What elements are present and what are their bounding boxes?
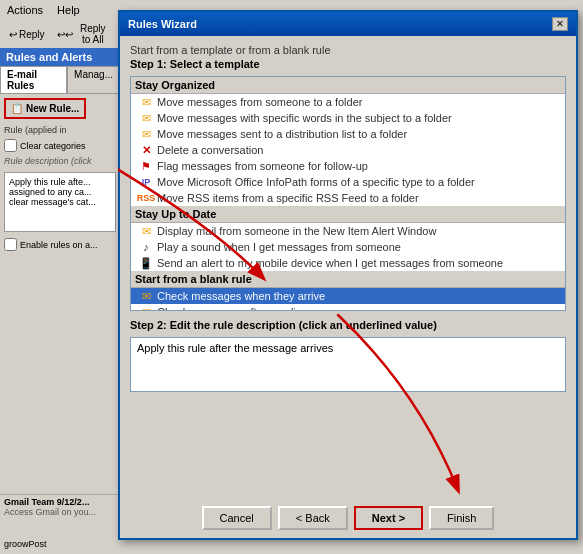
rss-icon: RSS	[139, 191, 153, 205]
envelope-icon: ✉	[139, 305, 153, 311]
reply-button[interactable]: ↩ Reply	[4, 26, 50, 43]
template-item[interactable]: ✕ Delete a conversation	[131, 142, 565, 158]
new-rule-icon: 📋	[11, 103, 23, 114]
dialog-body: Start from a template or from a blank ru…	[120, 36, 576, 400]
template-label: Check messages after sending	[157, 306, 308, 311]
cancel-button[interactable]: Cancel	[202, 506, 272, 530]
rules-wizard-dialog: Rules Wizard ✕ Start from a template or …	[118, 10, 578, 540]
dialog-footer: Cancel < Back Next > Finish	[120, 506, 576, 530]
rules-alerts-panel: Rules and Alerts E-mail Rules Manag... 📋…	[0, 48, 120, 554]
envelope-icon: ✉	[139, 224, 153, 238]
rules-tabs: E-mail Rules Manag...	[0, 66, 120, 94]
flag-icon: ⚑	[139, 159, 153, 173]
dialog-step1-label: Step 1: Select a template	[130, 58, 566, 70]
next-button[interactable]: Next >	[354, 506, 423, 530]
step2-description-text: Apply this rule after the message arrive…	[137, 342, 333, 354]
check-messages-sending-item[interactable]: ✉ Check messages after sending	[131, 304, 565, 311]
alert-icon: 📱	[139, 256, 153, 270]
gmail-text: Access Gmail on you...	[4, 507, 116, 517]
new-rule-label: New Rule...	[26, 103, 79, 114]
rules-panel-title: Rules and Alerts	[0, 48, 120, 66]
clear-categories-label: Clear categories	[20, 141, 86, 151]
rule-description-text: Apply this rule afte... assigned to any …	[9, 177, 96, 207]
infopath-icon: IP	[139, 175, 153, 189]
envelope-icon: ✉	[139, 95, 153, 109]
reply-label: Reply	[19, 29, 45, 40]
rule-desc-label: Rule description (click	[0, 154, 120, 168]
template-label: Display mail from someone in the New Ite…	[157, 225, 436, 237]
envelope-icon: ✉	[139, 111, 153, 125]
template-label: Move messages from someone to a folder	[157, 96, 362, 108]
back-button[interactable]: < Back	[278, 506, 348, 530]
template-item[interactable]: ✉ Move messages sent to a distribution l…	[131, 126, 565, 142]
reply-icon: ↩	[9, 29, 17, 40]
envelope-icon: ✉	[139, 127, 153, 141]
dialog-titlebar: Rules Wizard ✕	[120, 12, 576, 36]
template-label: Move Microsoft Office InfoPath forms of …	[157, 176, 475, 188]
email-rules-tab[interactable]: E-mail Rules	[0, 66, 67, 93]
help-menu[interactable]: Help	[54, 4, 83, 16]
template-label: Play a sound when I get messages from so…	[157, 241, 401, 253]
dialog-title: Rules Wizard	[128, 18, 197, 30]
template-list[interactable]: Stay Organized ✉ Move messages from some…	[130, 76, 566, 311]
dialog-close-button[interactable]: ✕	[552, 17, 568, 31]
enable-rules-checkbox[interactable]	[4, 238, 17, 251]
template-item[interactable]: RSS Move RSS items from a specific RSS F…	[131, 190, 565, 206]
template-label: Flag messages from someone for follow-up	[157, 160, 368, 172]
delete-icon: ✕	[139, 143, 153, 157]
template-label: Send an alert to my mobile device when I…	[157, 257, 503, 269]
toolbar: ↩ Reply ↩↩ Reply to All	[0, 20, 120, 48]
reply-all-label: Reply to All	[75, 23, 111, 45]
template-label: Delete a conversation	[157, 144, 263, 156]
gmail-panel: Gmail Team 9/12/2... Access Gmail on you…	[0, 494, 120, 534]
template-item[interactable]: ⚑ Flag messages from someone for follow-…	[131, 158, 565, 174]
clear-categories-checkbox[interactable]	[4, 139, 17, 152]
template-label: Move messages sent to a distribution lis…	[157, 128, 407, 140]
template-label: Move RSS items from a specific RSS Feed …	[157, 192, 419, 204]
manage-tab[interactable]: Manag...	[67, 66, 120, 93]
template-label: Move messages with specific words in the…	[157, 112, 452, 124]
template-item[interactable]: ✉ Display mail from someone in the New I…	[131, 223, 565, 239]
template-item[interactable]: ✉ Move messages with specific words in t…	[131, 110, 565, 126]
step2-section: Step 2: Edit the rule description (click…	[130, 319, 566, 392]
dialog-step2-label: Step 2: Edit the rule description (click…	[130, 319, 566, 331]
step2-description-box: Apply this rule after the message arrive…	[130, 337, 566, 392]
template-item[interactable]: ♪ Play a sound when I get messages from …	[131, 239, 565, 255]
rule-applied-label: Rule (applied in	[0, 123, 120, 137]
clear-categories-row: Clear categories	[0, 137, 120, 154]
menu-bar: Actions Help	[0, 0, 120, 20]
stay-up-to-date-header: Stay Up to Date	[131, 206, 565, 223]
stay-organized-header: Stay Organized	[131, 77, 565, 94]
gmail-title: Gmail Team 9/12/2...	[4, 497, 116, 507]
dialog-instructions: Start from a template or from a blank ru…	[130, 44, 566, 56]
new-rule-button[interactable]: 📋 New Rule...	[4, 98, 86, 119]
watermark-text: groowPost	[4, 539, 47, 549]
actions-menu[interactable]: Actions	[4, 4, 46, 16]
template-item[interactable]: 📱 Send an alert to my mobile device when…	[131, 255, 565, 271]
template-item[interactable]: ✉ Move messages from someone to a folder	[131, 94, 565, 110]
bottom-bar: groowPost	[0, 534, 120, 554]
blank-rule-header: Start from a blank rule	[131, 271, 565, 288]
template-item[interactable]: IP Move Microsoft Office InfoPath forms …	[131, 174, 565, 190]
enable-rules-label: Enable rules on a...	[20, 240, 98, 250]
check-messages-arrive-item[interactable]: ✉ Check messages when they arrive	[131, 288, 565, 304]
template-label: Check messages when they arrive	[157, 290, 325, 302]
envelope-icon: ✉	[139, 289, 153, 303]
sound-icon: ♪	[139, 240, 153, 254]
enable-rules-row: Enable rules on a...	[0, 236, 120, 253]
reply-all-button[interactable]: ↩↩ Reply to All	[52, 20, 116, 48]
reply-all-icon: ↩↩	[57, 29, 73, 40]
rule-description-box: Apply this rule afte... assigned to any …	[4, 172, 116, 232]
finish-button[interactable]: Finish	[429, 506, 494, 530]
